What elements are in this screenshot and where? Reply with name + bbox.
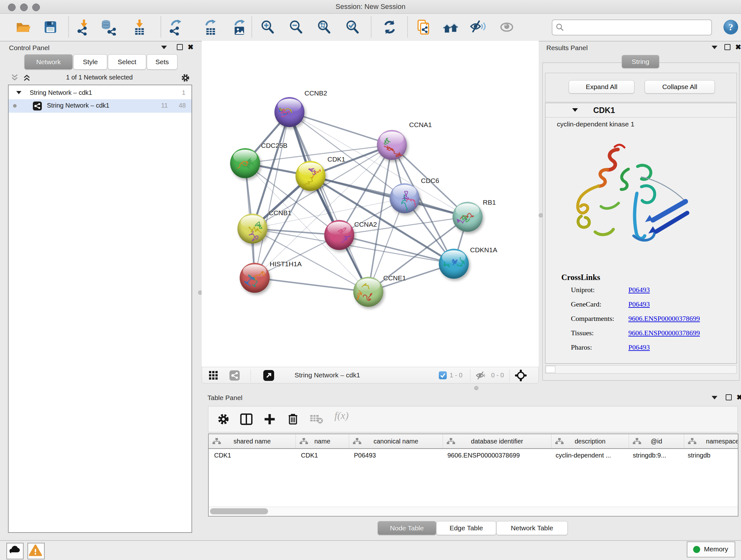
network-node-CDKN1A[interactable] (439, 249, 469, 279)
network-node-CCNA1[interactable] (377, 130, 407, 160)
network-view-icon-disabled[interactable] (229, 370, 240, 382)
node-protein-squiggle (238, 213, 267, 244)
results-scrollbar[interactable] (545, 365, 737, 374)
table-panel-menu-icon[interactable] (712, 396, 718, 399)
table-settings-gear-icon[interactable] (216, 412, 231, 427)
results-panel-close-icon[interactable]: ✖ (735, 44, 741, 51)
crosslink-link[interactable]: P06493 (628, 343, 650, 352)
column-header-shared-name[interactable]: shared name (209, 434, 296, 448)
zoom-selected-icon[interactable] (344, 19, 360, 36)
function-builder-icon-disabled[interactable]: f(x) (334, 410, 349, 424)
network-list: String Network – cdk1 1 String Network –… (8, 84, 192, 533)
hide-selected-icon[interactable] (470, 19, 486, 36)
node-gloss-highlight (278, 99, 301, 112)
gene-collapse-icon[interactable] (572, 108, 578, 112)
network-row-selected[interactable]: String Network – cdk1 11 48 (9, 99, 192, 113)
detach-view-icon[interactable] (263, 370, 274, 382)
show-columns-icon[interactable] (239, 412, 254, 427)
search-input[interactable] (566, 21, 708, 33)
control-panel-close-icon[interactable]: ✖ (188, 44, 193, 51)
results-scrollbar-thumb[interactable] (546, 366, 555, 373)
memory-button[interactable]: Memory (687, 542, 735, 557)
tab-node-table[interactable]: Node Table (378, 521, 436, 535)
network-collection-row[interactable]: String Network – cdk1 1 (9, 87, 192, 100)
grid-view-icon[interactable] (209, 371, 218, 381)
network-canvas[interactable]: CCNB2CCNA1CDC25BCDK1CDC6RB1CCNB1CCNA2CDK… (202, 41, 539, 367)
column-header-database-identifier[interactable]: database identifier (443, 434, 551, 448)
expand-all-button[interactable]: Expand All (569, 80, 634, 94)
tab-sets[interactable]: Sets (147, 54, 178, 70)
control-panel-menu-icon[interactable] (161, 46, 167, 49)
network-node-CCNE1[interactable] (353, 277, 383, 307)
column-header-canonical-name[interactable]: canonical name (349, 434, 443, 448)
table-horizontal-scrollbar[interactable] (209, 507, 738, 516)
table-scrollbar-thumb[interactable] (210, 508, 268, 514)
warning-button[interactable] (27, 543, 45, 559)
apply-preferred-layout-icon[interactable] (381, 19, 398, 36)
crosslinks-title: CrossLinks (561, 273, 600, 282)
tab-string[interactable]: String (622, 55, 659, 68)
network-node-CDC25B[interactable] (230, 148, 260, 178)
separator (470, 369, 470, 382)
open-session-icon[interactable] (15, 19, 31, 36)
table-panel-close-icon[interactable]: ✖ (737, 394, 741, 401)
selected-checkbox-icon[interactable] (439, 371, 447, 381)
table-panel-title: Table Panel (207, 394, 243, 401)
zoom-fit-content-icon[interactable] (316, 19, 332, 36)
network-node-CCNA2[interactable] (324, 220, 354, 250)
first-neighbors-icon[interactable] (443, 19, 459, 36)
export-table-icon[interactable] (202, 19, 219, 36)
save-session-icon[interactable] (42, 19, 59, 36)
crosslink-link[interactable]: P06493 (628, 300, 650, 308)
delete-table-icon-disabled[interactable] (310, 412, 324, 427)
network-node-RB1[interactable] (453, 202, 482, 232)
network-node-CCNB2[interactable] (274, 97, 305, 127)
network-node-HIST1H1A[interactable] (240, 263, 270, 293)
crosslink-link[interactable]: 9606.ENSP00000378699 (628, 314, 700, 323)
status-bar: Memory (0, 540, 741, 560)
crosslink-label: Compartments: (571, 314, 614, 322)
node-label-CDC25B: CDC25B (261, 142, 287, 149)
import-table-from-file-icon[interactable] (131, 19, 147, 36)
column-header-namespace[interactable]: namespace (684, 434, 738, 448)
control-panel-float-icon[interactable] (177, 44, 183, 50)
export-image-icon[interactable] (231, 19, 248, 36)
delete-column-icon[interactable] (286, 412, 300, 427)
network-node-CDC6[interactable] (390, 183, 420, 213)
network-node-CCNB1[interactable] (238, 213, 267, 244)
table-panel-float-icon[interactable] (726, 394, 732, 400)
results-panel-float-icon[interactable] (724, 44, 731, 50)
network-node-CDK1[interactable] (295, 161, 326, 191)
crosslink-link[interactable]: P06493 (628, 286, 650, 294)
hidden-eye-icon[interactable] (476, 371, 485, 381)
import-network-from-file-icon[interactable] (75, 19, 92, 36)
zoom-in-icon[interactable] (259, 19, 276, 36)
new-network-from-selection-icon[interactable] (415, 19, 432, 36)
import-network-from-database-icon[interactable] (100, 19, 117, 36)
results-panel-menu-icon[interactable] (712, 46, 718, 49)
zoom-out-icon[interactable] (287, 19, 304, 36)
column-header--id[interactable]: @id (629, 434, 684, 448)
crosslink-link[interactable]: 9606.ENSP00000378699 (628, 329, 700, 337)
column-header-description[interactable]: description (551, 434, 629, 448)
column-header-name[interactable]: name (296, 434, 349, 448)
network-options-gear-icon[interactable] (180, 73, 191, 84)
show-all-icon[interactable] (498, 19, 515, 36)
horizontal-splitter-handle[interactable] (474, 386, 478, 390)
gene-section-header[interactable]: CDK1 (545, 103, 737, 118)
cloud-button[interactable] (6, 543, 23, 559)
export-network-icon[interactable] (167, 19, 184, 36)
tab-select[interactable]: Select (108, 54, 146, 70)
tab-network-table[interactable]: Network Table (496, 521, 568, 535)
collection-expand-icon[interactable] (16, 91, 21, 94)
collapse-all-button[interactable]: Collapse All (645, 80, 715, 94)
node-label-CCNA1: CCNA1 (409, 121, 432, 129)
table-row[interactable]: CDK1CDK1P064939606.ENSP00000378699cyclin… (209, 449, 738, 462)
selection-mode-crosshair-icon[interactable] (514, 369, 528, 383)
tab-network[interactable]: Network (24, 54, 73, 70)
tab-edge-table[interactable]: Edge Table (436, 521, 496, 535)
help-icon[interactable]: ? (723, 19, 739, 36)
tab-style[interactable]: Style (73, 54, 107, 70)
table-panel: Table Panel ✖ f(x) shared namenamecanoni… (202, 390, 741, 540)
add-column-icon[interactable] (263, 412, 277, 427)
